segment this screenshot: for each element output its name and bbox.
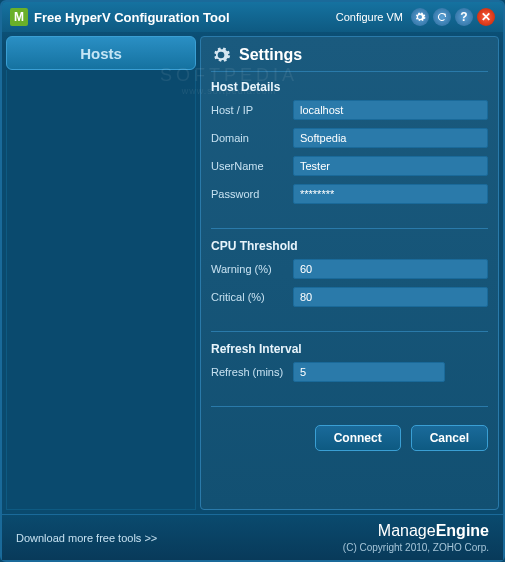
divider	[211, 331, 488, 332]
refresh-interval-section: Refresh Interval Refresh (mins)	[211, 342, 488, 390]
critical-input[interactable]	[293, 287, 488, 307]
divider	[211, 228, 488, 229]
host-details-section: Host Details Host / IP Domain UserName P…	[211, 80, 488, 212]
download-tools-link[interactable]: Download more free tools >>	[16, 532, 157, 544]
connect-button[interactable]: Connect	[315, 425, 401, 451]
app-window: M Free HyperV Configuration Tool Configu…	[0, 0, 505, 562]
close-icon[interactable]: ✕	[477, 8, 495, 26]
cancel-button[interactable]: Cancel	[411, 425, 488, 451]
button-row: Connect Cancel	[211, 425, 488, 451]
username-input[interactable]	[293, 156, 488, 176]
footer: Download more free tools >> ManageEngine…	[2, 514, 503, 560]
brand-light: Manage	[378, 522, 436, 539]
refresh-interval-title: Refresh Interval	[211, 342, 488, 356]
window-title: Free HyperV Configuration Tool	[34, 10, 230, 25]
gear-icon	[211, 45, 231, 65]
footer-brand: ManageEngine (C) Copyright 2010, ZOHO Co…	[343, 522, 489, 553]
tab-label: Hosts	[80, 45, 122, 62]
warning-input[interactable]	[293, 259, 488, 279]
settings-panel: Settings Host Details Host / IP Domain U…	[200, 36, 499, 510]
hosts-list	[6, 70, 196, 510]
cpu-threshold-title: CPU Threshold	[211, 239, 488, 253]
copyright: (C) Copyright 2010, ZOHO Corp.	[343, 542, 489, 553]
tab-hosts[interactable]: Hosts	[6, 36, 196, 70]
settings-header: Settings	[211, 45, 488, 72]
host-ip-label: Host / IP	[211, 104, 293, 116]
brand-bold: Engine	[436, 522, 489, 539]
host-details-title: Host Details	[211, 80, 488, 94]
refresh-input[interactable]	[293, 362, 445, 382]
refresh-label: Refresh (mins)	[211, 366, 293, 378]
critical-label: Critical (%)	[211, 291, 293, 303]
domain-input[interactable]	[293, 128, 488, 148]
warning-label: Warning (%)	[211, 263, 293, 275]
body-area: Hosts Settings Host Details Host / IP Do…	[2, 32, 503, 514]
help-icon[interactable]: ?	[455, 8, 473, 26]
host-ip-input[interactable]	[293, 100, 488, 120]
app-logo-icon: M	[10, 8, 28, 26]
password-label: Password	[211, 188, 293, 200]
password-input[interactable]	[293, 184, 488, 204]
domain-label: Domain	[211, 132, 293, 144]
settings-title: Settings	[239, 46, 302, 64]
refresh-icon[interactable]	[433, 8, 451, 26]
configure-vm-link[interactable]: Configure VM	[336, 11, 403, 23]
divider	[211, 406, 488, 407]
username-label: UserName	[211, 160, 293, 172]
titlebar: M Free HyperV Configuration Tool Configu…	[2, 2, 503, 32]
cpu-threshold-section: CPU Threshold Warning (%) Critical (%)	[211, 239, 488, 315]
sidebar: Hosts	[6, 36, 196, 510]
settings-icon[interactable]	[411, 8, 429, 26]
